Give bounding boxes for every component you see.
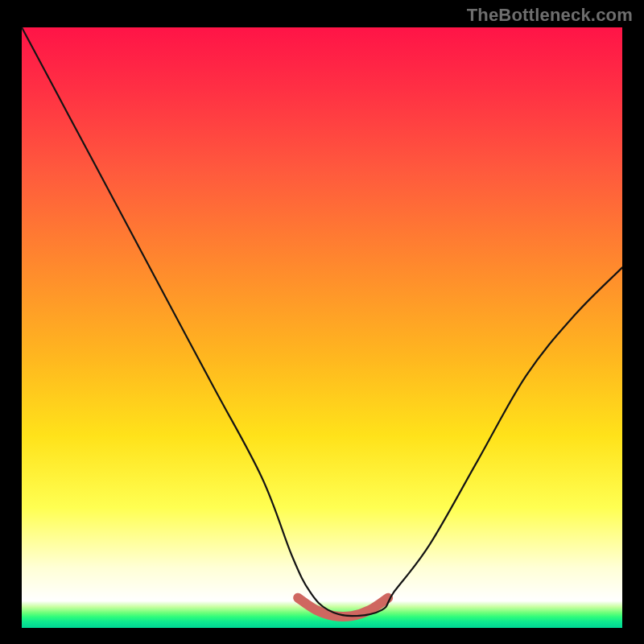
- line-layer: [22, 27, 622, 628]
- plot-area: [22, 27, 622, 628]
- watermark-text: TheBottleneck.com: [467, 5, 633, 26]
- bottleneck-curve: [22, 27, 622, 616]
- chart-stage: TheBottleneck.com: [0, 0, 644, 644]
